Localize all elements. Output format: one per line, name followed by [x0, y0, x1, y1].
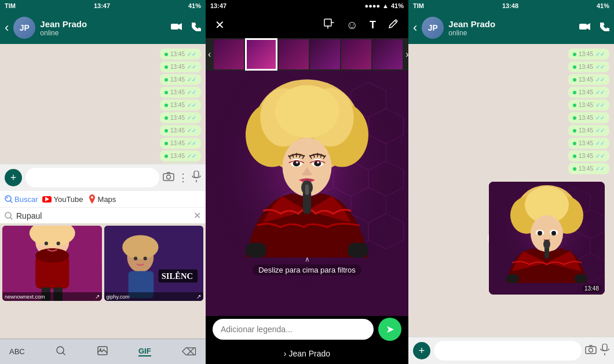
video-call-icon-left[interactable]	[171, 23, 182, 33]
keyboard-abc[interactable]: ABC	[9, 347, 25, 356]
svg-point-102	[543, 240, 550, 249]
menu-icon-left[interactable]: ⋮	[178, 171, 188, 184]
status-bar-right: TIM 13:48 41%	[408, 0, 614, 12]
back-button-left[interactable]: ‹	[5, 20, 9, 35]
gif-image-2: SILÊNC	[104, 226, 204, 301]
svg-line-10	[10, 217, 13, 219]
film-frame-5[interactable]	[372, 39, 403, 69]
recipient-row[interactable]: › Jean Prado	[206, 343, 408, 364]
film-frame-2[interactable]	[279, 39, 309, 69]
swipe-hint-text: Deslize para cima para filtros	[253, 264, 361, 275]
camera-icon-right[interactable]	[585, 345, 597, 357]
table-row: 13:45 ✓✓	[568, 61, 609, 72]
sent-image-message[interactable]: 13:48	[489, 182, 605, 295]
battery-left: 41%	[188, 2, 201, 9]
chat-area-left: 13:45 ✓✓ 13:45 ✓✓ 13:45 ✓✓ 13:45 ✓✓ 13:4…	[0, 44, 206, 164]
msg-dot	[165, 129, 168, 133]
message-input-right[interactable]	[434, 341, 582, 361]
text-icon[interactable]: T	[370, 19, 376, 31]
table-row: 13:45 ✓✓	[160, 49, 201, 60]
mic-icon-left[interactable]	[192, 171, 201, 185]
input-area-right: +	[408, 337, 614, 364]
add-button-right[interactable]: +	[413, 342, 430, 359]
add-button-left[interactable]: +	[5, 169, 22, 186]
drag-queen-svg	[206, 71, 408, 316]
search-input[interactable]	[16, 211, 190, 220]
send-button[interactable]: ➤	[378, 318, 401, 341]
svg-rect-100	[575, 274, 587, 283]
gif-results: newnownext.com ↗ SILÊNC giphy.com ↗	[0, 223, 206, 339]
film-frame-selected[interactable]	[245, 38, 277, 71]
youtube-play-icon	[45, 197, 49, 201]
svg-rect-4	[194, 171, 199, 178]
table-row: 13:45 ✓✓	[568, 112, 609, 123]
message-input-left[interactable]	[25, 168, 159, 187]
keyboard-search-icon[interactable]	[56, 345, 66, 358]
battery-right: 41%	[597, 2, 609, 9]
msg-dot	[165, 78, 168, 82]
keyboard-image-icon[interactable]	[97, 346, 108, 357]
image-message-container: 13:48	[484, 178, 609, 298]
maps-label: Maps	[98, 195, 116, 204]
phone-icon-right[interactable]	[600, 22, 609, 34]
status-icons-right: 41%	[597, 2, 609, 9]
svg-point-55	[275, 85, 339, 138]
gif-item-2[interactable]: SILÊNC giphy.com ↗	[104, 226, 204, 301]
table-row: 13:45 ✓✓	[568, 100, 609, 111]
table-row: 13:45 ✓✓	[568, 163, 609, 174]
film-frame-1[interactable]	[214, 39, 244, 69]
time-right: 13:48	[502, 2, 518, 9]
mic-icon-right[interactable]	[600, 344, 609, 358]
film-next[interactable]: ›	[403, 49, 408, 60]
avatar-img-right: JP	[422, 17, 444, 39]
buscar-button[interactable]: Buscar	[5, 195, 38, 204]
back-button-right[interactable]: ‹	[413, 20, 417, 35]
youtube-icon	[42, 196, 52, 203]
phone-icon-left[interactable]	[192, 22, 201, 34]
buscar-label: Buscar	[14, 195, 38, 204]
right-panel: TIM 13:48 41% ‹ JP Jean Prado online 13:…	[408, 0, 614, 364]
table-row: 13:45 ✓✓	[568, 74, 609, 85]
video-call-icon-right[interactable]	[579, 23, 591, 33]
maps-icon	[88, 194, 96, 204]
table-row: 13:45 ✓✓	[160, 112, 201, 123]
search-bar-left: Buscar YouTube Maps	[0, 191, 206, 208]
film-frame-4[interactable]	[341, 39, 371, 69]
chevron-right-icon: ›	[284, 349, 287, 358]
crop-icon[interactable]	[323, 18, 335, 32]
table-row: 13:45 ✓✓	[160, 150, 201, 161]
keyboard-gif[interactable]: GIF	[138, 347, 151, 356]
table-row: 13:45 ✓✓	[160, 74, 201, 85]
film-prev[interactable]: ‹	[206, 49, 213, 60]
camera-icon-left[interactable]	[163, 172, 174, 184]
youtube-button[interactable]: YouTube	[42, 195, 83, 204]
svg-marker-1	[178, 23, 182, 30]
table-row: 13:45 ✓✓	[160, 125, 201, 136]
table-row: 13:45 ✓✓	[568, 125, 609, 136]
carrier-left: TIM	[5, 2, 16, 9]
emoji-icon[interactable]: ☺	[346, 19, 358, 32]
svg-point-17	[57, 242, 60, 245]
caption-input[interactable]	[213, 319, 374, 340]
svg-point-8	[91, 196, 93, 198]
svg-point-24	[133, 257, 137, 260]
maps-button[interactable]: Maps	[88, 194, 116, 204]
image-message-time: 13:48	[582, 285, 601, 292]
table-row: 13:45 ✓✓	[568, 87, 609, 98]
editor-icons-right: ☺ T	[323, 18, 399, 32]
gif-item-1[interactable]: newnownext.com ↗	[2, 226, 102, 301]
close-button-editor[interactable]: ✕	[215, 18, 225, 32]
film-frame-3[interactable]	[310, 39, 340, 69]
input-area-left: + ⋮	[0, 164, 206, 191]
contact-info-left: Jean Prado online	[40, 19, 166, 37]
youtube-label: YouTube	[53, 195, 83, 204]
contact-name-right: Jean Prado	[448, 19, 575, 29]
svg-point-25	[143, 257, 147, 260]
table-row: 13:45 ✓✓	[568, 150, 609, 161]
svg-rect-99	[506, 274, 519, 283]
carrier-right: TIM	[413, 2, 424, 9]
clear-button[interactable]: ✕	[193, 210, 201, 221]
draw-icon[interactable]	[388, 18, 399, 32]
gif-source-2: giphy.com	[107, 294, 130, 300]
keyboard-delete[interactable]: ⌫	[182, 345, 196, 358]
